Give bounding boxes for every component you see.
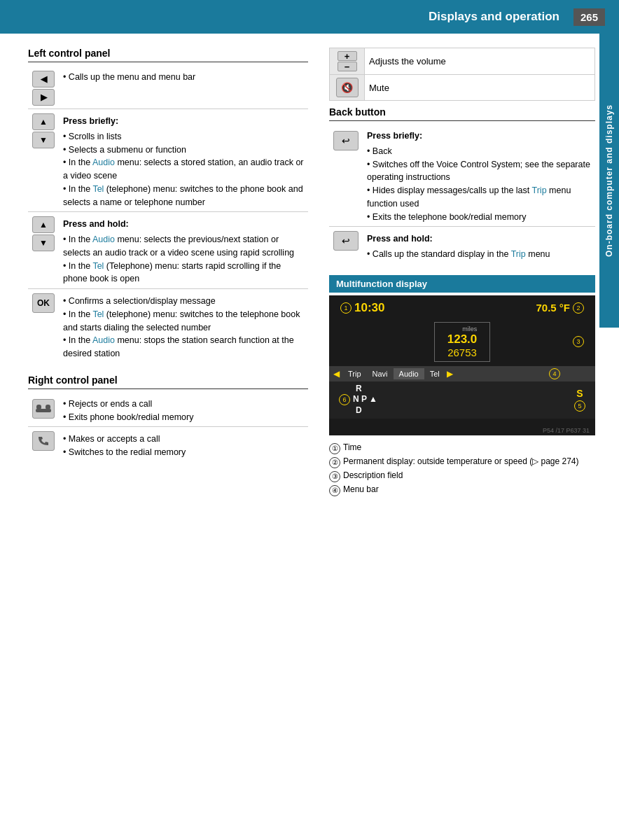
gear-np: N P ▲	[353, 394, 377, 405]
volume-table: + − Adjusts the volume 🔇 Mute	[329, 48, 595, 101]
legend-item-3: ③ Description field	[329, 470, 595, 482]
back-btn-title: Back button	[329, 106, 595, 121]
svg-rect-2	[46, 405, 50, 410]
menu-item-trip[interactable]: Trip	[342, 368, 367, 379]
table-row: ▲ ▼ Press briefly: Scrolls in lists Sele…	[28, 109, 308, 212]
legend-num-1: ①	[329, 443, 340, 454]
gear-s: S	[576, 388, 583, 399]
table-row: + − Adjusts the volume	[330, 48, 595, 75]
btn-up[interactable]: ▲	[32, 113, 55, 130]
mfd-time: 10:30	[354, 301, 384, 315]
btn-right[interactable]: ▶	[32, 89, 55, 106]
page-number: 265	[573, 8, 605, 26]
btn-double-up-down-2[interactable]: ▲ ▼	[32, 216, 55, 251]
mfd-gear-bar: 6 R N P ▲ D S 5	[329, 382, 595, 419]
btn-up-2[interactable]: ▲	[32, 216, 55, 233]
btn-down-2[interactable]: ▼	[32, 234, 55, 251]
menu-item-audio[interactable]: Audio	[394, 368, 424, 379]
right-column: + − Adjusts the volume 🔇 Mute	[322, 48, 595, 826]
list-item: Makes or accepts a call	[63, 433, 304, 446]
gear-display: R N P ▲ D	[353, 384, 377, 416]
btn-double-up-down[interactable]: ▲ ▼	[32, 113, 55, 148]
list-item: In the Audio menu: selects the previous/…	[63, 233, 304, 260]
btn-back-hold[interactable]: ↩	[333, 231, 359, 251]
mfd-temp-group: 70.5 °F 2	[536, 302, 584, 314]
press-hold-back-label: Press and hold:	[367, 232, 591, 246]
btn-cell: ↩	[329, 127, 363, 227]
list-item: Exits phone book/redial memory	[63, 411, 304, 424]
btn-left[interactable]: ◀	[32, 71, 55, 88]
menu-item-navi[interactable]: Navi	[367, 368, 394, 379]
btn-cell: ▲ ▼	[28, 109, 59, 212]
mute-label-cell: Mute	[365, 75, 595, 101]
btn-cell	[28, 395, 59, 427]
desc-list: Back Switches off the Voice Control Syst…	[367, 145, 591, 224]
desc-list: Calls up the menu and menu bar	[63, 71, 304, 84]
list-item: Switches off the Voice Control System; s…	[367, 158, 591, 185]
mfd-top-row: 1 10:30 70.5 °F 2	[329, 295, 595, 318]
desc-cell: Makes or accepts a call Switches to the …	[59, 427, 308, 462]
desc-list: Scrolls in lists Selects a submenu or fu…	[63, 130, 304, 209]
btn-phone-start[interactable]	[32, 431, 55, 451]
mute-btn[interactable]: 🔇	[336, 78, 359, 97]
mfd-display: 1 10:30 70.5 °F 2 miles	[329, 295, 595, 435]
vol-plus-btn[interactable]: +	[338, 51, 357, 61]
phone-end-icon	[36, 403, 51, 414]
table-row: ↩ Press and hold: Calls up the standard …	[329, 227, 595, 264]
btn-down[interactable]: ▼	[32, 132, 55, 148]
btn-phone-end[interactable]	[32, 399, 55, 419]
gear-right-group: S 5	[574, 388, 585, 412]
list-item: Exits the telephone book/redial memory	[367, 211, 591, 224]
legend-text-3: Description field	[343, 470, 403, 480]
desc-cell: Press and hold: In the Audio menu: selec…	[59, 212, 308, 289]
trip-link2: Trip	[511, 249, 526, 259]
circle-5: 5	[574, 400, 585, 412]
tel-link3: Tel	[92, 309, 104, 319]
menu-item-tel[interactable]: Tel	[424, 368, 445, 379]
table-row: ▲ ▼ Press and hold: In the Audio menu: s…	[28, 212, 308, 289]
table-row: OK Confirms a selection/display message …	[28, 289, 308, 363]
desc-cell: Rejects or ends a call Exits phone book/…	[59, 395, 308, 427]
miles-label: miles	[447, 326, 478, 332]
btn-double-left-right[interactable]: ◀ ▶	[32, 71, 55, 106]
mute-label: Mute	[369, 83, 389, 93]
main-content: Left control panel ◀ ▶ Calls up the menu…	[0, 34, 619, 840]
vol-minus-btn[interactable]: −	[338, 62, 357, 71]
desc-cell: Press briefly: Back Switches off the Voi…	[363, 127, 595, 227]
list-item: Calls up the menu and menu bar	[63, 71, 304, 84]
left-column: Left control panel ◀ ▶ Calls up the menu…	[28, 48, 322, 826]
page-header: Displays and operation 265	[0, 0, 619, 34]
press-briefly-label: Press briefly:	[63, 115, 304, 128]
legend-text-4: Menu bar	[343, 484, 379, 494]
tel-link: Tel	[92, 184, 104, 194]
mfd-center-area: miles 123.0 26753 3	[329, 318, 595, 366]
legend-item-4: ④ Menu bar	[329, 484, 595, 496]
menu-arrow-right: ▶	[447, 369, 453, 379]
legend-item-1: ① Time	[329, 442, 595, 454]
mfd-title: Multifunction display	[329, 275, 595, 293]
list-item: In the Tel (Telephone) menu: starts rapi…	[63, 260, 304, 286]
mfd-time-group: 1 10:30	[340, 301, 384, 315]
gear-r: R	[353, 384, 377, 395]
desc-list: Calls up the standard display in the Tri…	[367, 248, 591, 261]
list-item: Confirms a selection/display message	[63, 295, 304, 308]
btn-back[interactable]: ↩	[333, 131, 359, 150]
side-label: On-board computer and displays	[599, 34, 619, 328]
legend-num-3: ③	[329, 471, 340, 482]
btn-cell: OK	[28, 289, 59, 363]
legend-num-4: ④	[329, 485, 340, 496]
list-item: Switches to the redial memory	[63, 446, 304, 459]
legend-text-2: Permanent display: outside temperature o…	[343, 456, 579, 466]
mfd-temp: 70.5 °F	[536, 302, 570, 314]
desc-list: Confirms a selection/display message In …	[63, 295, 304, 360]
svg-rect-1	[36, 405, 41, 410]
vol-plus-minus-btns: + −	[334, 51, 360, 71]
circle-1: 1	[340, 302, 352, 314]
mfd-bg: 1 10:30 70.5 °F 2 miles	[329, 295, 595, 435]
circle-3: 3	[573, 336, 584, 347]
list-item: In the Audio menu: stops the station sea…	[63, 334, 304, 360]
page: Displays and operation 265 On-board comp…	[0, 0, 619, 840]
btn-ok[interactable]: OK	[32, 293, 55, 313]
circle-6: 6	[339, 394, 350, 405]
audio-link3: Audio	[92, 335, 115, 345]
